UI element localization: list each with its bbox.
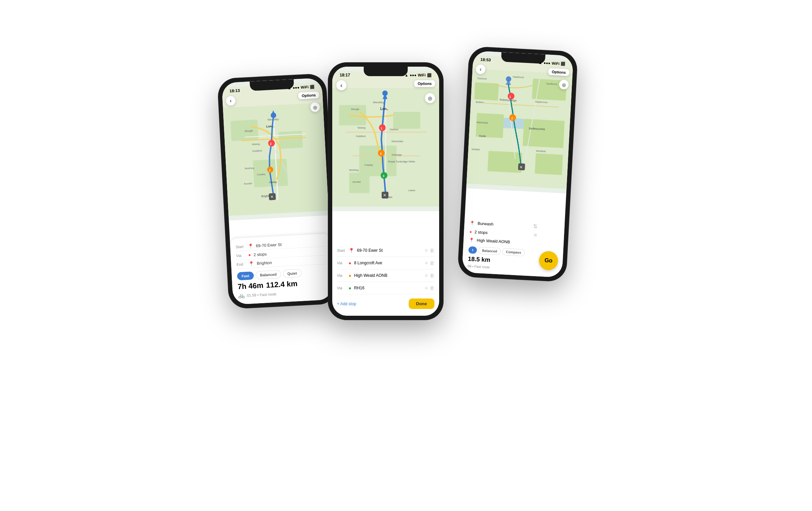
r-tab-compass[interactable]: Compass xyxy=(502,248,525,256)
svg-text:Guildford: Guildford xyxy=(252,150,262,152)
map-left: Slough Wembley Lon... Woking Guildford W… xyxy=(222,78,329,221)
svg-text:2: 2 xyxy=(270,142,272,146)
svg-text:Battle: Battle xyxy=(479,134,486,138)
right-tabs: t Balanced Compass xyxy=(468,246,536,257)
map-center: Slough Wembley Lon.. Woking Guildford Da… xyxy=(332,67,439,211)
delete-icon-1[interactable]: 🗑 xyxy=(430,260,434,266)
svg-rect-63 xyxy=(523,119,565,148)
sub-info-left: 01:59 • Fast route xyxy=(247,292,277,297)
bike-icon: 🚲 xyxy=(238,292,245,299)
wp-row-0: Start 📍 69-70 Ewer St ≡ 🗑 xyxy=(337,244,434,257)
svg-text:Crawley: Crawley xyxy=(364,164,373,166)
handle-icon-3[interactable]: ≡ xyxy=(425,285,428,291)
svg-rect-60 xyxy=(474,82,499,101)
phone-center: 18:17 ▲ ●●● WiFi ⬛ xyxy=(328,63,443,320)
wp-row-1: Via ● 8 Longcroft Ave ≡ 🗑 xyxy=(337,257,434,269)
right-panel: 📍 Burwash ⇅ ● 2 stops ≡ 📍 High Weald AON… xyxy=(462,214,565,277)
tab-fast-left[interactable]: Fast xyxy=(237,271,254,281)
done-btn[interactable]: Done xyxy=(409,298,435,309)
svg-rect-65 xyxy=(535,153,563,175)
back-btn-center[interactable]: ‹ xyxy=(336,80,346,90)
svg-text:Lewes: Lewes xyxy=(408,189,415,192)
svg-rect-30 xyxy=(393,112,420,129)
svg-rect-64 xyxy=(488,151,522,173)
location-btn-center[interactable]: ◎ xyxy=(425,93,435,103)
svg-text:Lon...: Lon... xyxy=(266,125,274,128)
options-btn-center[interactable]: Options xyxy=(414,80,435,87)
waypoint-list-center: Start 📍 69-70 Ewer St ≡ 🗑 Via ● 8 Longcr… xyxy=(332,240,439,316)
status-bar-center: 18:17 ▲ ●●● WiFi ⬛ xyxy=(332,71,439,79)
options-btn-right[interactable]: Options xyxy=(548,68,569,76)
add-stop-btn[interactable]: + Add stop xyxy=(337,302,356,306)
svg-text:Royal Tunbridge Wells: Royal Tunbridge Wells xyxy=(388,160,415,163)
phone-left: 18:13 ▲ ●●● WiFi ⬛ xyxy=(217,73,337,309)
svg-text:Ticehurst: Ticehurst xyxy=(477,77,487,80)
map-right: Ticehurst Hawkhurst Sandhurst Bodiam Rob… xyxy=(466,51,573,194)
svg-text:2: 2 xyxy=(511,116,513,120)
tab-balanced-left[interactable]: Balanced xyxy=(255,270,281,280)
svg-point-49 xyxy=(382,90,388,96)
svg-text:✕: ✕ xyxy=(270,195,274,200)
go-btn[interactable]: Go xyxy=(539,251,559,271)
phone-right: 18:53 ▲ ●●● WiFi ⬛ xyxy=(457,46,578,282)
svg-text:✕: ✕ xyxy=(519,165,523,170)
svg-text:2: 2 xyxy=(269,169,271,172)
delete-icon-0[interactable]: 🗑 xyxy=(430,248,434,253)
status-time-right: 18:53 xyxy=(480,57,491,63)
handle-icon-2[interactable]: ≡ xyxy=(425,273,428,278)
r-tab-balanced[interactable]: Balanced xyxy=(478,247,501,255)
bottom-panel-left: Start 📍 69-70 Ewer St Via ● 2 stops End … xyxy=(230,234,333,305)
svg-text:Bodiam: Bodiam xyxy=(476,101,484,104)
wp-row-3: Via ● RH16 ≡ 🗑 xyxy=(337,282,434,294)
r-tab-t[interactable]: t xyxy=(468,246,477,254)
svg-text:Ninfield: Ninfield xyxy=(472,148,480,151)
sub-info-right: 08 • Fast route xyxy=(468,264,490,269)
svg-text:3: 3 xyxy=(383,174,384,178)
options-btn-left[interactable]: Options xyxy=(298,91,319,99)
svg-text:Lon..: Lon.. xyxy=(380,107,388,111)
svg-text:Slough: Slough xyxy=(244,129,253,133)
add-stop-row: + Add stop Done xyxy=(337,294,434,309)
delete-icon-3[interactable]: 🗑 xyxy=(430,285,434,291)
handle-icon-0[interactable]: ≡ xyxy=(425,248,428,253)
svg-text:Sevenoaks: Sevenoaks xyxy=(391,140,403,142)
svg-text:Woking: Woking xyxy=(358,127,365,129)
svg-text:Horley: Horley xyxy=(269,180,277,184)
handle-icon-1[interactable]: ≡ xyxy=(425,260,428,266)
svg-text:2: 2 xyxy=(380,152,382,155)
svg-rect-3 xyxy=(278,131,303,149)
status-time-left: 18:13 xyxy=(229,88,240,93)
svg-text:Wembley: Wembley xyxy=(268,118,279,121)
svg-text:Arundel: Arundel xyxy=(353,181,361,183)
svg-text:✕: ✕ xyxy=(383,193,386,198)
svg-text:Arundel: Arundel xyxy=(244,182,252,185)
tab-quiet-left[interactable]: Quiet xyxy=(283,269,301,278)
svg-text:1: 1 xyxy=(381,127,382,130)
svg-text:Dartford: Dartford xyxy=(390,128,398,131)
status-time-center: 18:17 xyxy=(340,73,350,77)
status-icons-center: ▲ ●●● WiFi ⬛ xyxy=(405,73,432,77)
svg-text:Worthing: Worthing xyxy=(349,169,359,172)
svg-text:Slough: Slough xyxy=(351,108,359,111)
svg-text:Tonbridge: Tonbridge xyxy=(391,154,402,156)
scene: 18:13 ▲ ●●● WiFi ⬛ xyxy=(203,36,609,475)
wp-row-2: Via ● High Weald AONB ≡ 🗑 xyxy=(337,269,434,282)
svg-text:Guildford: Guildford xyxy=(356,135,366,137)
svg-text:Wembley: Wembley xyxy=(373,101,384,104)
status-icons-right: ▲ ●●● WiFi ⬛ xyxy=(539,60,566,66)
status-icons-left: ▲ ●●● WiFi ⬛ xyxy=(288,84,315,90)
svg-text:1: 1 xyxy=(509,95,511,98)
delete-icon-2[interactable]: 🗑 xyxy=(430,273,434,278)
